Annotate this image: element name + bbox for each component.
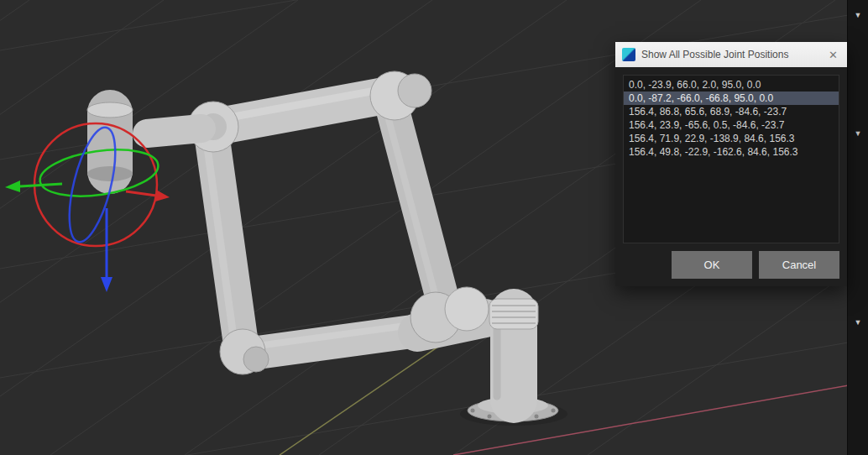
- joint-row[interactable]: 156.4, 86.8, 65.6, 68.9, -84.6, -23.7: [624, 105, 839, 118]
- gizmo-x-arrow[interactable]: [126, 190, 170, 201]
- app-icon: [622, 48, 635, 61]
- dialog-titlebar[interactable]: Show All Possible Joint Positions ✕: [615, 42, 847, 67]
- ok-button[interactable]: OK: [672, 251, 752, 279]
- 3d-viewport-stage[interactable]: Show All Possible Joint Positions ✕ 0.0,…: [0, 0, 868, 455]
- joint-row[interactable]: 0.0, -23.9, 66.0, 2.0, 95.0, 0.0: [624, 78, 839, 92]
- joint-row[interactable]: 156.4, 23.9, -65.6, 0.5, -84.6, -23.7: [624, 118, 839, 132]
- joint-positions-dialog: Show All Possible Joint Positions ✕ 0.0,…: [615, 42, 847, 286]
- joint-row[interactable]: 156.4, 71.9, 22.9, -138.9, 84.6, 156.3: [624, 132, 839, 145]
- panel-collapse-arrow[interactable]: ▼: [848, 11, 868, 19]
- panel-collapse-arrow[interactable]: ▼: [848, 129, 868, 138]
- dialog-button-row: OK Cancel: [623, 251, 839, 279]
- dialog-body: 0.0, -23.9, 66.0, 2.0, 95.0, 0.0 0.0, -8…: [615, 67, 847, 286]
- cancel-button[interactable]: Cancel: [759, 251, 839, 279]
- joint-position-list[interactable]: 0.0, -23.9, 66.0, 2.0, 95.0, 0.0 0.0, -8…: [623, 75, 839, 243]
- joint-row[interactable]: 156.4, 49.8, -22.9, -162.6, 84.6, 156.3: [624, 145, 839, 159]
- panel-collapse-arrow[interactable]: ▼: [848, 318, 868, 327]
- dialog-title: Show All Possible Joint Positions: [641, 49, 820, 60]
- robot-arm[interactable]: [87, 71, 567, 426]
- right-panel-strip: ▼ ▼ ▼: [847, 0, 868, 455]
- close-icon[interactable]: ✕: [826, 50, 840, 60]
- robot-joint-cluster: [410, 287, 489, 343]
- robot-links: [207, 89, 442, 354]
- joint-row[interactable]: 0.0, -87.2, -66.0, -66.8, 95.0, 0.0: [624, 92, 839, 105]
